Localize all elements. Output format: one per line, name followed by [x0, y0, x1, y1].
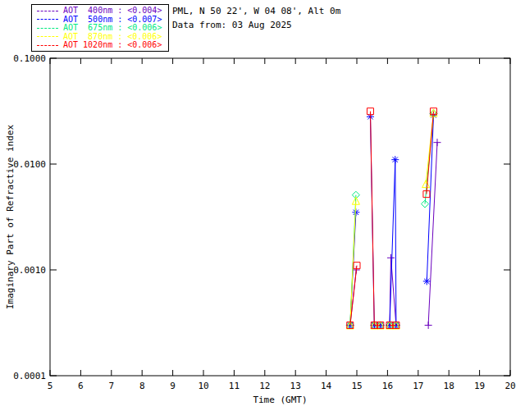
- data-point-marker-400nm: [425, 322, 432, 329]
- y-axis-tick-label: 0.0010: [13, 265, 46, 276]
- y-axis-tick-label: 0.0001: [13, 371, 46, 381]
- plot-frame: [50, 58, 510, 376]
- x-axis-tick-label: 11: [229, 381, 240, 391]
- y-axis-title: Imaginary Part of Refractive index: [5, 125, 16, 310]
- data-point-marker-500nm: [423, 277, 431, 285]
- x-axis-tick-label: 19: [474, 381, 485, 391]
- x-axis-tick-label: 13: [290, 381, 301, 391]
- x-axis-tick-label: 17: [413, 381, 423, 391]
- series-line-400nm: [428, 143, 437, 326]
- x-axis-tick-label: 12: [259, 381, 270, 391]
- y-axis-tick-label: 0.0100: [13, 159, 46, 170]
- series-line-500nm: [390, 160, 396, 326]
- x-axis-tick-label: 20: [504, 381, 515, 391]
- x-axis-tick-label: 7: [108, 381, 114, 391]
- data-point-marker-400nm: [387, 254, 395, 262]
- plot-svg: 5678910111213141516171819200.10000.01000…: [0, 0, 525, 420]
- series-line-500nm: [371, 116, 381, 325]
- x-axis-tick-label: 18: [444, 381, 454, 391]
- data-point-marker-400nm: [433, 139, 441, 146]
- x-axis-tick-label: 6: [78, 381, 84, 391]
- aeronet-refractive-index-page: AOT 400nm : <0.004>AOT 500nm : <0.007>AO…: [0, 0, 525, 420]
- x-axis-tick-label: 9: [170, 381, 176, 391]
- x-axis-tick-label: 14: [321, 381, 332, 391]
- x-axis-tick-label: 16: [382, 381, 393, 391]
- x-axis-tick-label: 8: [139, 381, 145, 391]
- x-axis-tick-label: 10: [198, 381, 208, 391]
- series-line-870nm: [350, 201, 356, 326]
- series-line-1020nm: [427, 112, 434, 194]
- x-axis-title: Time (GMT): [253, 395, 307, 405]
- x-axis-tick-label: 5: [48, 381, 53, 391]
- y-axis-tick-label: 0.1000: [13, 53, 46, 64]
- x-axis-tick-label: 15: [351, 381, 362, 391]
- data-point-marker-500nm: [391, 156, 399, 163]
